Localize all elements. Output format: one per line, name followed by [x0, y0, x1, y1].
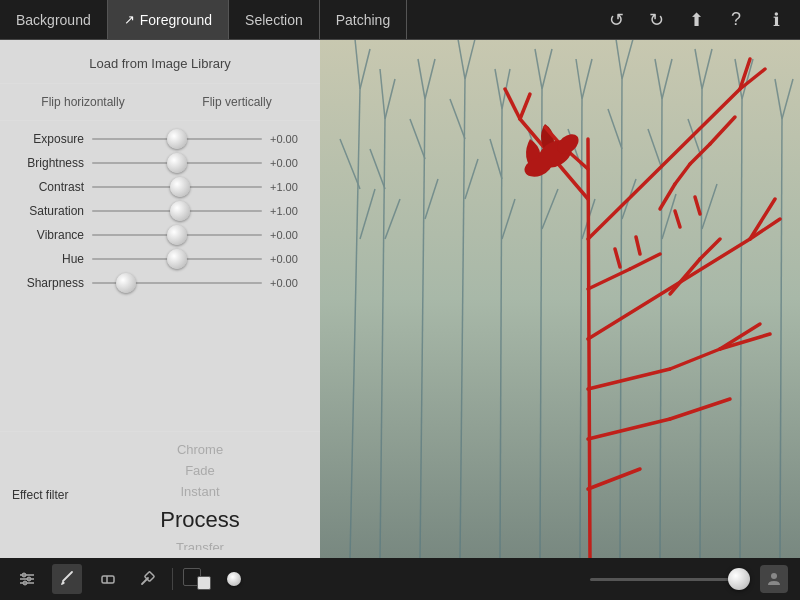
slider-thumb-brightness[interactable] — [167, 153, 187, 173]
opacity-slider[interactable] — [590, 578, 750, 581]
slider-track-saturation[interactable] — [92, 210, 262, 212]
slider-value-sharpness: +0.00 — [270, 277, 308, 289]
tab-background-label: Background — [16, 12, 91, 28]
avatar-button[interactable] — [760, 565, 788, 593]
scene-svg — [320, 40, 800, 558]
slider-row-exposure: Exposure+0.00 — [0, 127, 320, 151]
slider-value-vibrance: +0.00 — [270, 229, 308, 241]
slider-label-brightness: Brightness — [12, 156, 84, 170]
help-button[interactable]: ? — [722, 6, 750, 34]
tab-selection-label: Selection — [245, 12, 303, 28]
slider-value-hue: +0.00 — [270, 253, 308, 265]
slider-value-saturation: +1.00 — [270, 205, 308, 217]
color-swatches[interactable] — [183, 568, 211, 590]
load-library-button[interactable]: Load from Image Library — [0, 52, 320, 75]
tab-background[interactable]: Background — [0, 0, 108, 39]
info-button[interactable]: ℹ — [762, 6, 790, 34]
eyedropper-icon — [138, 570, 156, 588]
person-icon — [766, 571, 782, 587]
slider-row-saturation: Saturation+1.00 — [0, 199, 320, 223]
slider-value-exposure: +0.00 — [270, 133, 308, 145]
brush-icon — [58, 570, 76, 588]
opacity-slider-thumb[interactable] — [728, 568, 750, 590]
eraser-tool-button[interactable] — [92, 564, 122, 594]
image-canvas — [320, 40, 800, 558]
slider-track-hue[interactable] — [92, 258, 262, 260]
brush-tool-button[interactable] — [52, 564, 82, 594]
bottom-toolbar — [0, 558, 800, 600]
adjustment-sliders: Exposure+0.00Brightness+0.00Contrast+1.0… — [0, 121, 320, 431]
slider-row-brightness: Brightness+0.00 — [0, 151, 320, 175]
tab-patching[interactable]: Patching — [320, 0, 407, 39]
svg-rect-98 — [102, 576, 114, 583]
redo-button[interactable]: ↻ — [642, 6, 670, 34]
tab-foreground-label: Foreground — [140, 12, 212, 28]
effect-filter-label: Effect filter — [0, 488, 80, 502]
slider-label-hue: Hue — [12, 252, 84, 266]
slider-label-saturation: Saturation — [12, 204, 84, 218]
settings-tool-button[interactable] — [12, 564, 42, 594]
svg-point-96 — [23, 581, 27, 585]
flip-controls: Flip horizontally Flip vertically — [0, 84, 320, 121]
svg-point-102 — [771, 573, 777, 579]
effect-picker[interactable]: ChromeFadeInstantProcessTransferTonalMon… — [80, 440, 320, 550]
panel-header: Load from Image Library — [0, 40, 320, 84]
slider-label-exposure: Exposure — [12, 132, 84, 146]
slider-thumb-vibrance[interactable] — [167, 225, 187, 245]
image-background — [320, 40, 800, 558]
slider-track-vibrance[interactable] — [92, 234, 262, 236]
effect-option-chrome[interactable]: Chrome — [177, 440, 223, 461]
tab-patching-label: Patching — [336, 12, 390, 28]
nav-actions: ↺ ↻ ⬆ ? ℹ — [602, 6, 800, 34]
svg-point-94 — [22, 573, 26, 577]
slider-thumb-saturation[interactable] — [170, 201, 190, 221]
slider-value-contrast: +1.00 — [270, 181, 308, 193]
svg-line-57 — [588, 139, 590, 558]
slider-row-contrast: Contrast+1.00 — [0, 175, 320, 199]
slider-track-brightness[interactable] — [92, 162, 262, 164]
slider-track-contrast[interactable] — [92, 186, 262, 188]
effect-option-process[interactable]: Process — [160, 502, 239, 537]
circle-icon — [227, 572, 241, 586]
left-panel: Load from Image Library Flip horizontall… — [0, 40, 320, 558]
undo-button[interactable]: ↺ — [602, 6, 630, 34]
slider-thumb-exposure[interactable] — [167, 129, 187, 149]
eraser-icon — [98, 570, 116, 588]
share-button[interactable]: ⬆ — [682, 6, 710, 34]
svg-rect-0 — [320, 40, 800, 558]
slider-row-hue: Hue+0.00 — [0, 247, 320, 271]
small-circle-tool[interactable] — [221, 568, 247, 590]
sliders-icon — [18, 570, 36, 588]
background-swatch — [197, 576, 211, 590]
foreground-icon: ↗ — [124, 12, 135, 27]
svg-line-97 — [63, 572, 72, 581]
flip-horizontal-button[interactable]: Flip horizontally — [16, 92, 150, 112]
nav-tabs: Background ↗ Foreground Selection Patchi… — [0, 0, 407, 39]
effect-filter-section: Effect filter ChromeFadeInstantProcessTr… — [0, 431, 320, 558]
slider-label-sharpness: Sharpness — [12, 276, 84, 290]
eyedropper-tool-button[interactable] — [132, 564, 162, 594]
effect-option-transfer[interactable]: Transfer — [176, 538, 224, 550]
bottom-right-controls — [590, 565, 788, 593]
slider-label-contrast: Contrast — [12, 180, 84, 194]
slider-value-brightness: +0.00 — [270, 157, 308, 169]
slider-thumb-contrast[interactable] — [170, 177, 190, 197]
top-navigation: Background ↗ Foreground Selection Patchi… — [0, 0, 800, 40]
separator — [172, 568, 173, 590]
tab-foreground[interactable]: ↗ Foreground — [108, 0, 229, 39]
slider-label-vibrance: Vibrance — [12, 228, 84, 242]
effect-option-fade[interactable]: Fade — [185, 461, 215, 482]
tab-selection[interactable]: Selection — [229, 0, 320, 39]
svg-point-95 — [27, 577, 31, 581]
slider-row-sharpness: Sharpness+0.00 — [0, 271, 320, 295]
flip-vertical-button[interactable]: Flip vertically — [170, 92, 304, 112]
effect-option-instant[interactable]: Instant — [180, 482, 219, 503]
slider-track-exposure[interactable] — [92, 138, 262, 140]
slider-row-vibrance: Vibrance+0.00 — [0, 223, 320, 247]
slider-track-sharpness[interactable] — [92, 282, 262, 284]
slider-thumb-hue[interactable] — [167, 249, 187, 269]
slider-thumb-sharpness[interactable] — [116, 273, 136, 293]
